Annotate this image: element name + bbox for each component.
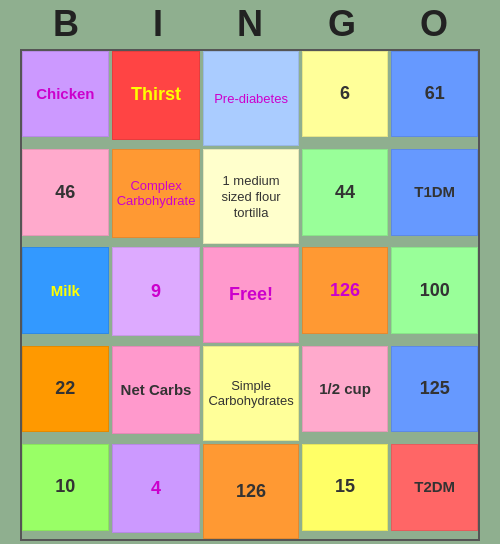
- cell-r4-c3: 15: [302, 444, 389, 531]
- cell-r2-c4: 100: [391, 247, 478, 334]
- cell-r2-c3: 126: [302, 247, 389, 334]
- cell-r4-c4: T2DM: [391, 444, 478, 531]
- cell-r3-c3: 1/2 cup: [302, 346, 389, 433]
- header-letter: B: [20, 3, 112, 45]
- bingo-header: BINGO: [20, 3, 480, 45]
- cell-r4-c0: 10: [22, 444, 109, 531]
- header-letter: O: [388, 3, 480, 45]
- cell-r1-c0: 46: [22, 149, 109, 236]
- cell-r0-c2: Pre-diabetes: [203, 51, 298, 146]
- cell-r4-c2: 126: [203, 444, 298, 539]
- cell-r2-c0: Milk: [22, 247, 109, 334]
- cell-r2-c1: 9: [112, 247, 201, 336]
- cell-r3-c1: Net Carbs: [112, 346, 201, 435]
- bingo-card: BINGO ChickenThirstPre-diabetes66146Comp…: [10, 0, 490, 544]
- cell-r1-c3: 44: [302, 149, 389, 236]
- cell-r3-c0: 22: [22, 346, 109, 433]
- cell-r2-c2: Free!: [203, 247, 298, 342]
- cell-r3-c4: 125: [391, 346, 478, 433]
- header-letter: G: [296, 3, 388, 45]
- header-letter: N: [204, 3, 296, 45]
- cell-r0-c3: 6: [302, 51, 389, 138]
- bingo-grid: ChickenThirstPre-diabetes66146Complex Ca…: [20, 49, 480, 541]
- cell-r0-c0: Chicken: [22, 51, 109, 138]
- cell-r0-c1: Thirst: [112, 51, 201, 140]
- cell-r1-c1: Complex Carbohydrate: [112, 149, 201, 238]
- cell-r4-c1: 4: [112, 444, 201, 533]
- cell-r3-c2: Simple Carbohydrates: [203, 346, 298, 441]
- cell-r1-c2: 1 medium sized flour tortilla: [203, 149, 298, 244]
- cell-r0-c4: 61: [391, 51, 478, 138]
- header-letter: I: [112, 3, 204, 45]
- cell-r1-c4: T1DM: [391, 149, 478, 236]
